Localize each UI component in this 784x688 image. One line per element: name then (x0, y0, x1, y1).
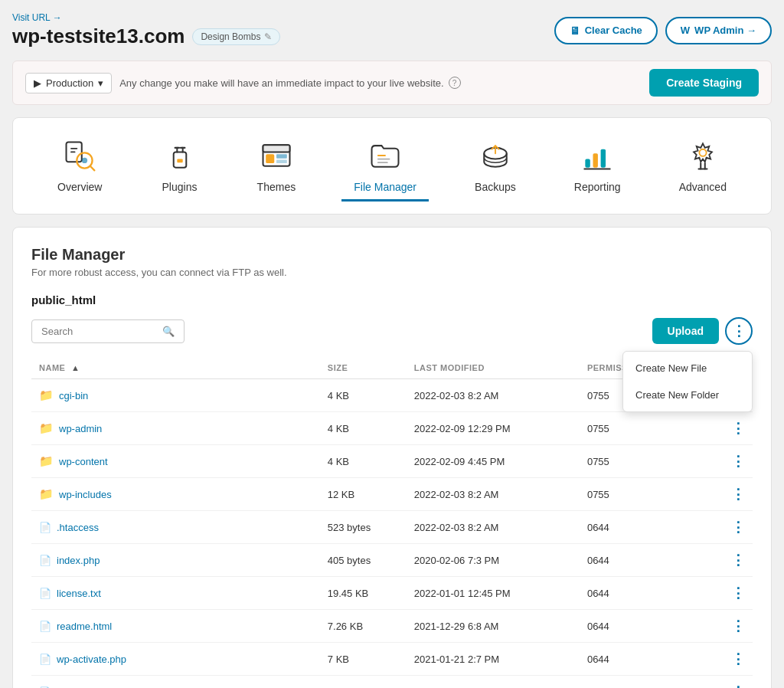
row-more-button[interactable]: ⋮ (695, 453, 745, 470)
col-header-modified: LAST MODIFIED (407, 357, 580, 379)
row-more-button[interactable]: ⋮ (695, 519, 745, 536)
cell-actions: ⋮ (688, 676, 753, 689)
upload-button[interactable]: Upload (652, 318, 719, 344)
file-name: wp-includes (59, 489, 112, 500)
col-header-name: NAME ▲ (31, 357, 320, 379)
advanced-label: Advanced (679, 181, 727, 193)
cell-name: 📁 wp-content (31, 445, 320, 478)
reporting-icon (578, 136, 616, 175)
wp-admin-button[interactable]: W WP Admin → (665, 17, 772, 44)
row-more-button[interactable]: ⋮ (695, 552, 745, 568)
create-staging-button[interactable]: Create Staging (649, 69, 759, 97)
dropdown-menu: Create New File Create New Folder (622, 351, 753, 412)
row-more-button[interactable]: ⋮ (695, 650, 745, 667)
table-row: 📁 wp-admin 4 KB 2022-02-09 12:29 PM 0755… (31, 412, 753, 445)
cell-modified: 2022-02-09 4:45 PM (407, 445, 580, 478)
row-more-button[interactable]: ⋮ (695, 486, 745, 503)
file-icon: 📄 (39, 588, 51, 599)
cell-actions: ⋮ (688, 577, 753, 610)
col-header-size: SIZE (320, 357, 407, 379)
clear-cache-button[interactable]: 🖥 Clear Cache (554, 17, 658, 44)
sort-icon[interactable]: ▲ (71, 363, 80, 372)
cell-size: 405 bytes (320, 544, 407, 577)
create-file-item[interactable]: Create New File (623, 355, 752, 382)
file-link[interactable]: 📄 readme.html (39, 621, 312, 632)
row-more-button[interactable]: ⋮ (695, 420, 745, 437)
tab-backups[interactable]: Backups (462, 130, 528, 201)
folder-icon: 📁 (39, 421, 54, 435)
file-icon: 📄 (39, 522, 51, 533)
cell-name: 📁 wp-admin (31, 412, 320, 445)
file-link[interactable]: 📁 cgi-bin (39, 388, 312, 402)
cell-actions: ⋮ (688, 445, 753, 478)
cell-modified: 2020-02-06 7:3 PM (407, 676, 580, 689)
row-more-button[interactable]: ⋮ (695, 618, 745, 634)
cell-actions: ⋮ (688, 544, 753, 577)
file-link[interactable]: 📁 wp-content (39, 454, 312, 468)
file-icon: 📄 (39, 621, 51, 632)
plugins-label: Plugins (162, 181, 198, 193)
cell-size: 4 KB (320, 445, 407, 478)
svg-rect-22 (586, 159, 590, 168)
tab-file-manager[interactable]: File Manager (341, 130, 429, 201)
site-badge: Design Bombs ✎ (192, 28, 280, 45)
cell-size: 351 bytes (320, 676, 407, 689)
svg-rect-1 (70, 148, 77, 149)
tab-overview[interactable]: Overview (45, 130, 114, 201)
edit-icon[interactable]: ✎ (264, 31, 272, 42)
production-select[interactable]: ▶ Production ▾ (25, 73, 112, 93)
header-left: Visit URL → wp-testsite13.com Design Bom… (12, 12, 280, 48)
file-link[interactable]: 📄 .htaccess (39, 522, 312, 533)
cell-name: 📄 license.txt (31, 577, 320, 610)
file-manager-subtitle: For more robust access, you can connect … (31, 267, 753, 278)
cell-size: 7 KB (320, 643, 407, 676)
create-folder-item[interactable]: Create New Folder (623, 382, 752, 408)
file-link[interactable]: 📄 index.php (39, 555, 312, 566)
plugins-icon (161, 136, 199, 175)
cell-modified: 2020-02-06 7:3 PM (407, 544, 580, 577)
cell-permissions: 0755 (580, 445, 688, 478)
help-icon[interactable]: ? (449, 77, 461, 89)
backups-label: Backups (475, 181, 516, 193)
cell-size: 12 KB (320, 478, 407, 511)
play-icon: ▶ (34, 77, 41, 89)
file-link[interactable]: 📄 wp-activate.php (39, 654, 312, 665)
svg-rect-14 (266, 154, 274, 163)
svg-rect-2 (70, 151, 75, 152)
table-row: 📄 .htaccess 523 bytes 2022-02-03 8:2 AM … (31, 511, 753, 544)
file-link[interactable]: 📁 wp-admin (39, 421, 312, 435)
svg-rect-18 (377, 159, 390, 160)
file-manager-label: File Manager (354, 181, 416, 193)
tab-plugins[interactable]: Plugins (149, 130, 211, 201)
svg-rect-13 (263, 145, 289, 152)
visit-url-link[interactable]: Visit URL → (12, 12, 280, 23)
search-input[interactable] (41, 326, 158, 337)
svg-rect-16 (276, 160, 287, 164)
tab-themes[interactable]: Themes (245, 130, 309, 201)
svg-rect-19 (377, 162, 388, 163)
cell-name: 📄 index.php (31, 544, 320, 577)
production-notice: Any change you make will have an immedia… (119, 77, 460, 89)
file-link[interactable]: 📄 license.txt (39, 588, 312, 599)
cell-size: 19.45 KB (320, 577, 407, 610)
cell-size: 7.26 KB (320, 610, 407, 643)
file-name: readme.html (57, 621, 112, 632)
production-left: ▶ Production ▾ Any change you make will … (25, 73, 461, 93)
tab-reporting[interactable]: Reporting (562, 130, 633, 201)
cell-name: 📄 readme.html (31, 610, 320, 643)
svg-rect-23 (593, 153, 598, 167)
header-right: 🖥 Clear Cache W WP Admin → (554, 17, 772, 44)
svg-rect-17 (377, 155, 386, 156)
row-more-button[interactable]: ⋮ (695, 683, 745, 688)
file-link[interactable]: 📁 wp-includes (39, 487, 312, 501)
tab-advanced[interactable]: Advanced (667, 130, 739, 201)
overview-icon (60, 136, 99, 175)
row-more-button[interactable]: ⋮ (695, 585, 745, 601)
cell-size: 4 KB (320, 379, 407, 412)
backups-icon (476, 136, 514, 175)
table-row: 📄 readme.html 7.26 KB 2021-12-29 6:8 AM … (31, 610, 753, 643)
svg-line-4 (90, 166, 95, 171)
svg-rect-11 (177, 159, 182, 163)
more-options-button[interactable]: ⋮ (725, 317, 753, 345)
cache-icon: 🖥 (570, 25, 580, 37)
